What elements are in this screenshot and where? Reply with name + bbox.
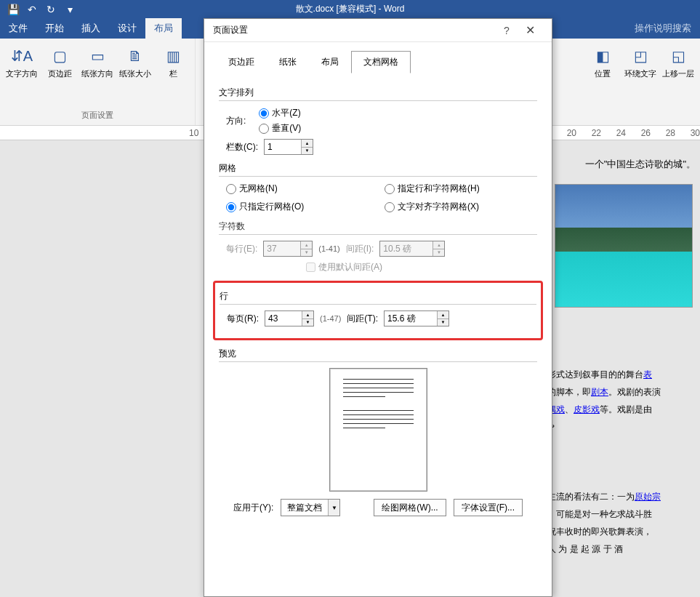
apply-to-label: 应用于(Y): xyxy=(233,502,273,514)
doc-text-line: 一个"中国生态诗歌的城"。 xyxy=(549,158,696,171)
text-direction-icon: ⇵A xyxy=(10,44,33,68)
section-legend: 预览 xyxy=(219,348,537,362)
ribbon-group-label: 页面设置 xyxy=(81,108,113,122)
per-line-input xyxy=(264,241,300,256)
link[interactable]: 剧本 xyxy=(591,387,608,397)
tab-paper[interactable]: 纸张 xyxy=(267,51,309,73)
spin-down-icon[interactable]: ▼ xyxy=(302,148,313,155)
radio-no-grid[interactable]: 无网格(N) xyxy=(226,183,379,195)
page-size-icon: 🗎 xyxy=(124,44,147,68)
window-title: 散文.docx [兼容模式] - Word xyxy=(296,3,405,15)
tab-layout[interactable]: 布局 xyxy=(145,18,182,39)
columns-input[interactable] xyxy=(265,140,301,154)
tell-me-search[interactable]: 操作说明搜索 xyxy=(626,18,700,39)
dialog-titlebar[interactable]: 页面设置 ? ✕ xyxy=(204,19,552,42)
radio-row-char-grid[interactable]: 指定行和字符网格(H) xyxy=(385,183,537,195)
titlebar: 💾 ↶ ↻ ▾ 散文.docx [兼容模式] - Word xyxy=(0,0,700,18)
ruler-mark: 20 xyxy=(567,128,576,138)
tab-margins[interactable]: 页边距 xyxy=(216,51,267,73)
ribbon-group-arrange: ◧位置 ◰环绕文字 ◱上移一层 xyxy=(581,39,700,125)
link[interactable]: 原始宗 xyxy=(635,492,661,502)
apply-to-combo[interactable]: 整篇文档 ▼ xyxy=(281,499,340,516)
per-page-input[interactable] xyxy=(265,311,302,326)
chars-section: 字符数 每行(E): ▲▼ (1-41) 间距(I): ▲▼ 使用默认间距(A) xyxy=(219,220,537,273)
radio-align-char-grid[interactable]: 文字对齐字符网格(X) xyxy=(385,201,537,213)
redo-icon[interactable]: ↻ xyxy=(42,1,60,17)
per-line-range: (1-41) xyxy=(318,244,339,253)
drawing-grid-button[interactable]: 绘图网格(W)... xyxy=(374,499,446,516)
per-page-range: (1-47) xyxy=(320,314,341,323)
columns-spinner[interactable]: ▲▼ xyxy=(264,139,313,155)
page-preview xyxy=(329,368,427,492)
char-spacing-label: 间距(I): xyxy=(346,243,374,255)
ribbon-group-page-setup: ⇵A文字方向 ▢页边距 ▭纸张方向 🗎纸张大小 ▥栏 页面设置 xyxy=(0,39,196,125)
quick-access-toolbar: 💾 ↶ ↻ ▾ xyxy=(0,1,79,17)
position-button[interactable]: ◧位置 xyxy=(585,44,620,79)
ruler-mark: 30 xyxy=(691,128,700,138)
line-spacing-label: 间距(T): xyxy=(347,313,378,325)
qat-dropdown-icon[interactable]: ▾ xyxy=(61,1,79,17)
radio-horizontal[interactable]: 水平(Z) xyxy=(259,107,301,119)
document-text-block: 形式达到叙事目的的舞台表 的脚本，即剧本。戏剧的表演 偶戏、皮影戏等。戏剧是由 … xyxy=(547,366,700,558)
spin-down-icon: ▼ xyxy=(301,249,312,257)
undo-icon[interactable]: ↶ xyxy=(23,1,41,17)
wrap-text-icon: ◰ xyxy=(629,44,652,68)
spin-up-icon[interactable]: ▲ xyxy=(302,311,313,319)
margins-button[interactable]: ▢页边距 xyxy=(42,44,77,79)
spin-down-icon[interactable]: ▼ xyxy=(438,319,448,326)
per-page-spinner[interactable]: ▲▼ xyxy=(265,310,314,326)
line-spacing-spinner[interactable]: ▲▼ xyxy=(384,310,449,326)
spin-down-icon: ▼ xyxy=(433,249,444,257)
font-settings-button[interactable]: 字体设置(F)... xyxy=(454,499,523,516)
spin-up-icon[interactable]: ▲ xyxy=(302,140,313,148)
spin-up-icon[interactable]: ▲ xyxy=(438,311,448,319)
chevron-down-icon[interactable]: ▼ xyxy=(328,500,339,516)
dialog-title: 页面设置 xyxy=(213,24,496,36)
tab-layout[interactable]: 布局 xyxy=(309,51,351,73)
page-setup-dialog: 页面设置 ? ✕ 页边距 纸张 布局 文档网格 文字排列 方向: 水平(Z) 垂… xyxy=(204,18,552,597)
tab-design[interactable]: 设计 xyxy=(109,18,145,39)
char-spacing-spinner: ▲▼ xyxy=(379,241,445,257)
ruler-mark: 10 xyxy=(189,128,198,138)
lines-section: 行 每页(R): ▲▼ (1-47) 间距(T): ▲▼ xyxy=(220,290,536,326)
direction-label: 方向: xyxy=(226,115,246,127)
bring-forward-button[interactable]: ◱上移一层 xyxy=(661,44,696,79)
line-spacing-input[interactable] xyxy=(385,311,437,326)
spin-up-icon: ▲ xyxy=(301,241,312,249)
per-line-spinner: ▲▼ xyxy=(263,241,313,257)
columns-icon: ▥ xyxy=(161,44,185,68)
size-button[interactable]: 🗎纸张大小 xyxy=(118,44,153,79)
position-icon: ◧ xyxy=(591,44,614,68)
section-legend: 行 xyxy=(220,290,536,305)
ruler-mark: 22 xyxy=(592,128,601,138)
columns-button[interactable]: ▥栏 xyxy=(156,44,190,79)
lines-section-highlight: 行 每页(R): ▲▼ (1-47) 间距(T): ▲▼ xyxy=(213,281,543,340)
per-line-label: 每行(E): xyxy=(226,243,257,255)
orientation-button[interactable]: ▭纸张方向 xyxy=(80,44,115,79)
tab-document-grid[interactable]: 文档网格 xyxy=(351,51,411,73)
grid-section: 网格 无网格(N) 指定行和字符网格(H) 只指定行网格(O) 文字对齐字符网格… xyxy=(219,162,537,213)
wrap-text-button[interactable]: ◰环绕文字 xyxy=(623,44,658,79)
save-icon[interactable]: 💾 xyxy=(4,1,22,17)
tab-file[interactable]: 文件 xyxy=(0,18,36,39)
text-arrangement-section: 文字排列 方向: 水平(Z) 垂直(V) 栏数(C): ▲▼ xyxy=(219,87,537,155)
close-icon[interactable]: ✕ xyxy=(517,23,543,37)
spin-down-icon[interactable]: ▼ xyxy=(302,319,313,326)
help-icon[interactable]: ? xyxy=(496,25,517,36)
preview-section: 预览 xyxy=(219,348,537,492)
apply-to-value: 整篇文档 xyxy=(281,502,328,514)
use-default-spacing-checkbox xyxy=(306,263,315,272)
radio-row-only-grid[interactable]: 只指定行网格(O) xyxy=(226,201,379,213)
link[interactable]: 表 xyxy=(643,369,652,380)
radio-vertical[interactable]: 垂直(V) xyxy=(259,122,301,135)
tab-insert[interactable]: 插入 xyxy=(73,18,109,39)
link[interactable]: 皮影戏 xyxy=(574,404,600,414)
bring-forward-icon: ◱ xyxy=(667,44,690,68)
text-direction-button[interactable]: ⇵A文字方向 xyxy=(4,44,39,79)
char-spacing-input xyxy=(380,241,433,256)
tab-home[interactable]: 开始 xyxy=(36,18,73,39)
section-legend: 网格 xyxy=(219,162,537,177)
ruler-mark: 26 xyxy=(641,128,651,138)
document-image[interactable] xyxy=(555,184,693,308)
dialog-footer: 应用于(Y): 整篇文档 ▼ 绘图网格(W)... 字体设置(F)... xyxy=(219,499,537,516)
